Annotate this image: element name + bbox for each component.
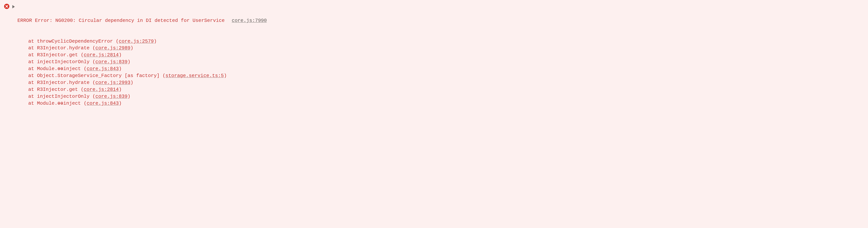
stack-frame-link[interactable]: core.js:843 [87, 66, 119, 72]
error-icon [4, 4, 9, 9]
stack-frame: at R3Injector.get (core.js:2814) [18, 86, 864, 93]
stack-frame-link[interactable]: core.js:2993 [95, 80, 130, 86]
stack-frame-text: ) [119, 101, 122, 106]
source-link[interactable]: core.js:7990 [232, 17, 267, 24]
stack-frame-text: at Module.ɵɵinject ( [28, 101, 87, 106]
stack-frame: at injectInjectorOnly (core.js:839) [18, 59, 864, 65]
stack-frame-text: ) [119, 66, 122, 72]
error-message: ERROR Error: NG0200: Circular dependency… [18, 17, 225, 24]
stack-frame-link[interactable]: core.js:839 [95, 94, 128, 99]
stack-frame-text: at injectInjectorOnly ( [28, 94, 95, 99]
stack-frame-text: ) [128, 59, 131, 65]
stack-frame-text: ) [130, 80, 133, 86]
stack-frame-text: at injectInjectorOnly ( [28, 59, 95, 65]
stack-frame-link[interactable]: core.js:2814 [84, 52, 119, 58]
stack-frame: at Module.ɵɵinject (core.js:843) [18, 65, 864, 72]
stack-frame-link[interactable]: core.js:2579 [119, 38, 154, 44]
stack-frame-text: ) [154, 38, 157, 44]
stack-frame: at R3Injector.get (core.js:2814) [18, 52, 864, 59]
stack-frame: at Module.ɵɵinject (core.js:843) [18, 100, 864, 107]
stack-frame-text: at Module.ɵɵinject ( [28, 66, 87, 72]
stack-frame: at injectInjectorOnly (core.js:839) [18, 93, 864, 100]
console-error-entry: ERROR Error: NG0200: Circular dependency… [4, 3, 864, 121]
stack-frame-link[interactable]: core.js:2814 [84, 87, 119, 92]
stack-frame-text: at R3Injector.hydrate ( [28, 80, 95, 86]
stack-frame-text: at R3Injector.hydrate ( [28, 45, 95, 51]
stack-frame: at R3Injector.hydrate (core.js:2989) [18, 45, 864, 52]
stack-frame-text: ) [119, 52, 122, 58]
stack-frame-text: at Object.StorageService_Factory [as fac… [28, 73, 165, 78]
stack-frame-text: ) [128, 94, 131, 99]
stack-frame-link[interactable]: storage.service.ts:5 [165, 73, 224, 78]
stack-frame-text: ) [119, 87, 122, 92]
stack-frame-text: at throwCyclicDependencyError ( [28, 38, 119, 44]
stack-frame-text: at R3Injector.get ( [28, 52, 84, 58]
stack-frame-link[interactable]: core.js:843 [87, 101, 119, 106]
stack-frame: at throwCyclicDependencyError (core.js:2… [18, 38, 864, 45]
stack-frame-link[interactable]: core.js:839 [95, 59, 128, 65]
expand-caret-icon[interactable] [12, 5, 15, 8]
stack-frame: at Object.StorageService_Factory [as fac… [18, 72, 864, 79]
stack-frame-text: ) [224, 73, 227, 78]
stack-frame-text: at R3Injector.get ( [28, 87, 84, 92]
stack-frame-text: ) [130, 45, 133, 51]
stack-frame: at R3Injector.hydrate (core.js:2993) [18, 79, 864, 86]
stack-frame-link[interactable]: core.js:2989 [95, 45, 130, 51]
